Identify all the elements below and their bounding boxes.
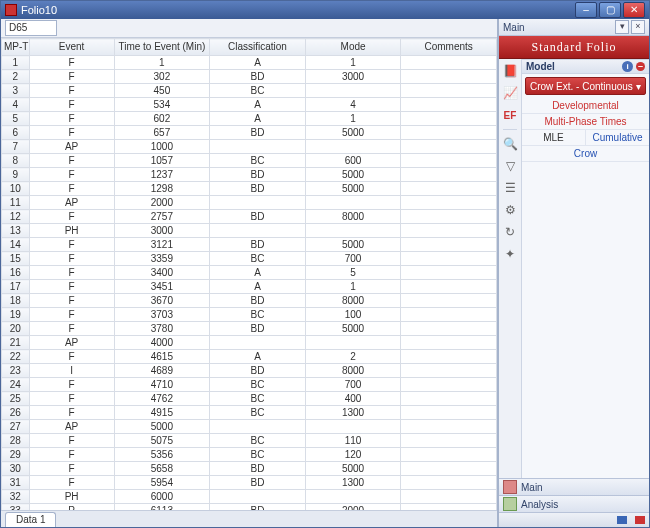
cell[interactable]: F xyxy=(29,448,114,462)
cell[interactable]: 8000 xyxy=(305,294,401,308)
cell[interactable]: F xyxy=(29,210,114,224)
cell[interactable] xyxy=(401,224,497,238)
close-button[interactable]: ✕ xyxy=(623,2,645,18)
row-header[interactable]: 4 xyxy=(2,98,30,112)
cell[interactable]: 100 xyxy=(305,308,401,322)
cell[interactable]: F xyxy=(29,392,114,406)
cell[interactable]: F xyxy=(29,476,114,490)
cell[interactable] xyxy=(305,420,401,434)
cell[interactable] xyxy=(401,56,497,70)
cell[interactable] xyxy=(401,182,497,196)
cell[interactable] xyxy=(401,126,497,140)
cell[interactable] xyxy=(401,504,497,511)
row-header[interactable]: 3 xyxy=(2,84,30,98)
row-header[interactable]: 7 xyxy=(2,140,30,154)
cell[interactable]: 5075 xyxy=(114,434,210,448)
cell[interactable]: 3451 xyxy=(114,280,210,294)
row-header[interactable]: 8 xyxy=(2,154,30,168)
cell[interactable]: F xyxy=(29,56,114,70)
cell[interactable]: 1237 xyxy=(114,168,210,182)
minimize-button[interactable]: – xyxy=(575,2,597,18)
link-multi-phase-times[interactable]: Multi-Phase Times xyxy=(522,114,649,130)
cell[interactable]: BD xyxy=(210,126,306,140)
cell[interactable]: BC xyxy=(210,84,306,98)
row-header[interactable]: 10 xyxy=(2,182,30,196)
cell[interactable]: F xyxy=(29,98,114,112)
cell[interactable]: 120 xyxy=(305,448,401,462)
row-header[interactable]: 26 xyxy=(2,406,30,420)
tool-ef-icon[interactable]: EF xyxy=(502,107,518,123)
cell[interactable]: A xyxy=(210,266,306,280)
cell[interactable] xyxy=(305,84,401,98)
cell[interactable]: 1 xyxy=(305,112,401,126)
cell[interactable]: BD xyxy=(210,182,306,196)
cell[interactable]: 2000 xyxy=(305,504,401,511)
cell[interactable] xyxy=(210,336,306,350)
cell[interactable]: 657 xyxy=(114,126,210,140)
cell[interactable]: A xyxy=(210,56,306,70)
collapse-icon[interactable]: – xyxy=(636,62,645,71)
cell[interactable] xyxy=(210,420,306,434)
cell[interactable] xyxy=(401,238,497,252)
cell[interactable] xyxy=(401,210,497,224)
cell[interactable]: BD xyxy=(210,364,306,378)
cell[interactable] xyxy=(401,322,497,336)
cell[interactable]: PH xyxy=(29,224,114,238)
row-header[interactable]: 32 xyxy=(2,490,30,504)
cell[interactable] xyxy=(210,224,306,238)
cell[interactable]: 3670 xyxy=(114,294,210,308)
col-tte[interactable]: Time to Event (Min) xyxy=(114,39,210,56)
cell[interactable]: BD xyxy=(210,462,306,476)
tool-list-icon[interactable]: ☰ xyxy=(502,180,518,196)
cell[interactable]: F xyxy=(29,462,114,476)
cell[interactable]: 4710 xyxy=(114,378,210,392)
cell[interactable]: 3000 xyxy=(114,224,210,238)
footer-main[interactable]: Main xyxy=(499,478,649,495)
tool-settings-icon[interactable]: ✦ xyxy=(502,246,518,262)
row-header[interactable]: 9 xyxy=(2,168,30,182)
cell[interactable]: F xyxy=(29,350,114,364)
cell[interactable] xyxy=(401,364,497,378)
cell[interactable]: F xyxy=(29,322,114,336)
cell[interactable] xyxy=(210,196,306,210)
cell[interactable] xyxy=(401,70,497,84)
cell[interactable]: 5000 xyxy=(305,238,401,252)
cell[interactable] xyxy=(401,476,497,490)
cell[interactable]: 5000 xyxy=(305,168,401,182)
row-header[interactable]: 18 xyxy=(2,294,30,308)
cell[interactable]: 3703 xyxy=(114,308,210,322)
cell[interactable]: 602 xyxy=(114,112,210,126)
cell[interactable]: A xyxy=(210,350,306,364)
cell[interactable] xyxy=(401,196,497,210)
row-header[interactable]: 16 xyxy=(2,266,30,280)
row-header[interactable]: 28 xyxy=(2,434,30,448)
col-class[interactable]: Classification xyxy=(210,39,306,56)
cell[interactable]: 1 xyxy=(305,280,401,294)
cell[interactable]: 5000 xyxy=(114,420,210,434)
cell[interactable] xyxy=(401,280,497,294)
cell[interactable]: A xyxy=(210,280,306,294)
row-header[interactable]: 19 xyxy=(2,308,30,322)
cell[interactable]: 3359 xyxy=(114,252,210,266)
cell[interactable] xyxy=(401,350,497,364)
cell[interactable]: BD xyxy=(210,168,306,182)
cell[interactable]: 2757 xyxy=(114,210,210,224)
cell[interactable]: 4689 xyxy=(114,364,210,378)
panel-close-icon[interactable]: × xyxy=(631,20,645,34)
cell[interactable]: I xyxy=(29,364,114,378)
cell[interactable]: F xyxy=(29,126,114,140)
cell[interactable]: BD xyxy=(210,238,306,252)
tool-chart-icon[interactable]: 📈 xyxy=(502,85,518,101)
cell[interactable]: 2000 xyxy=(114,196,210,210)
cell[interactable]: F xyxy=(29,252,114,266)
link-cumulative[interactable]: Cumulative xyxy=(586,130,649,145)
maximize-button[interactable]: ▢ xyxy=(599,2,621,18)
cell[interactable] xyxy=(210,140,306,154)
tool-refresh-icon[interactable]: ↻ xyxy=(502,224,518,240)
cell[interactable]: 5000 xyxy=(305,462,401,476)
cell[interactable]: F xyxy=(29,406,114,420)
cell[interactable]: 700 xyxy=(305,252,401,266)
cell[interactable]: P xyxy=(29,504,114,511)
cell[interactable] xyxy=(401,448,497,462)
cell[interactable]: 3400 xyxy=(114,266,210,280)
